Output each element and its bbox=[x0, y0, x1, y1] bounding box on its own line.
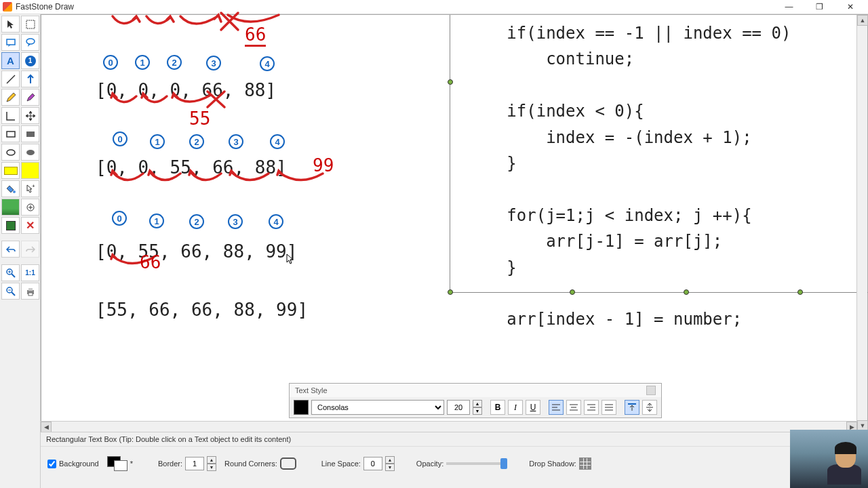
rectangle-tool[interactable] bbox=[1, 125, 20, 142]
line-space-spinner[interactable]: ▲▼ bbox=[385, 456, 395, 471]
bold-button[interactable]: B bbox=[490, 400, 505, 415]
delete-tool[interactable]: ✕ bbox=[21, 217, 39, 234]
maximize-button[interactable]: ❐ bbox=[804, 0, 835, 14]
border-input[interactable] bbox=[185, 457, 204, 470]
annotation-66b: 66 bbox=[140, 252, 161, 272]
bg-color-picker[interactable] bbox=[107, 456, 127, 471]
svg-line-19 bbox=[12, 292, 15, 296]
index-badge: 4 bbox=[269, 214, 283, 229]
svg-rect-0 bbox=[26, 20, 35, 28]
close-icon[interactable] bbox=[646, 386, 656, 395]
index-badge: 1 bbox=[149, 214, 164, 228]
svg-rect-22 bbox=[28, 288, 33, 291]
align-right-button[interactable] bbox=[584, 400, 599, 415]
annotation-66: 66 bbox=[245, 24, 266, 47]
toolbox: A 1 + ✕ 1:1 bbox=[0, 14, 41, 488]
index-badge: 1 bbox=[135, 55, 150, 70]
italic-button[interactable]: I bbox=[508, 400, 523, 415]
text-tool[interactable]: A bbox=[1, 52, 20, 69]
polyline-tool[interactable] bbox=[1, 107, 20, 124]
cursor-edit-tool[interactable]: + bbox=[21, 180, 39, 197]
text-color-swatch[interactable] bbox=[294, 400, 309, 415]
color-picker-tool[interactable] bbox=[1, 217, 20, 234]
text-style-title: Text Style bbox=[295, 386, 328, 394]
font-size-input[interactable] bbox=[447, 400, 470, 415]
align-justify-button[interactable] bbox=[601, 400, 616, 415]
fill-yellow-tool[interactable] bbox=[21, 162, 39, 179]
cursor-icon bbox=[286, 253, 294, 266]
font-select[interactable]: Consolas bbox=[311, 400, 444, 415]
zoom-actual-tool[interactable]: 1:1 bbox=[21, 264, 39, 281]
border-label: Border: bbox=[158, 460, 182, 468]
paint-bucket-tool[interactable] bbox=[1, 180, 20, 197]
filled-ellipse-tool[interactable] bbox=[21, 144, 39, 161]
code-text-box[interactable]: if(index == -1 || index == 0) continue; … bbox=[450, 15, 868, 293]
valign-top-button[interactable] bbox=[625, 400, 639, 415]
index-badge: 3 bbox=[228, 214, 243, 229]
index-badge: 3 bbox=[206, 56, 221, 70]
undo-tool[interactable] bbox=[1, 241, 20, 258]
number-stamp-tool[interactable]: 1 bbox=[21, 52, 39, 69]
index-badge: 0 bbox=[103, 55, 118, 70]
zoom-in-tool[interactable] bbox=[1, 264, 20, 281]
border-spinner[interactable]: ▲▼ bbox=[207, 456, 216, 471]
annotation-55: 55 bbox=[189, 108, 210, 129]
background-checkbox[interactable] bbox=[47, 460, 56, 468]
add-point-tool[interactable] bbox=[21, 199, 39, 216]
vertical-scrollbar[interactable]: ▲ ▼ bbox=[856, 15, 867, 431]
index-badge: 2 bbox=[189, 214, 204, 229]
pencil-tool[interactable] bbox=[1, 89, 20, 106]
svg-point-7 bbox=[7, 150, 15, 155]
align-center-button[interactable] bbox=[566, 400, 581, 415]
marquee-tool[interactable] bbox=[21, 16, 39, 33]
svg-rect-6 bbox=[26, 131, 35, 137]
drop-shadow-label: Drop Shadow: bbox=[529, 460, 576, 468]
text-style-header[interactable]: Text Style bbox=[290, 384, 661, 397]
align-left-button[interactable] bbox=[549, 400, 564, 415]
text-style-panel[interactable]: Text Style Consolas ▲▼ B I U bbox=[289, 383, 662, 418]
drop-shadow-picker[interactable] bbox=[579, 458, 591, 470]
callout-ellipse-tool[interactable] bbox=[21, 34, 39, 51]
move-tool[interactable] bbox=[21, 107, 39, 124]
zoom-out-tool[interactable] bbox=[1, 283, 20, 300]
line-tool[interactable] bbox=[1, 70, 20, 87]
underline-button[interactable]: U bbox=[526, 400, 540, 415]
status-area: Rectangular Text Box (Tip: Double click … bbox=[41, 432, 868, 488]
round-corners-preview[interactable] bbox=[280, 458, 296, 470]
arrow-tool[interactable] bbox=[21, 70, 39, 87]
image-tool[interactable] bbox=[1, 199, 20, 216]
size-spinner[interactable]: ▲▼ bbox=[473, 400, 482, 415]
resize-handle[interactable] bbox=[448, 289, 453, 295]
scroll-left-button[interactable]: ◀ bbox=[41, 422, 52, 432]
window-controls: — ❐ ✕ bbox=[774, 0, 865, 14]
valign-middle-button[interactable] bbox=[642, 400, 657, 415]
svg-line-3 bbox=[7, 75, 15, 83]
line-space-input[interactable] bbox=[363, 457, 382, 470]
svg-rect-23 bbox=[28, 293, 33, 296]
resize-handle[interactable] bbox=[797, 289, 803, 295]
resize-handle[interactable] bbox=[570, 289, 575, 295]
highlight-rect-tool[interactable] bbox=[1, 162, 20, 179]
horizontal-scrollbar[interactable]: ◀ ▶ bbox=[41, 421, 857, 432]
resize-handle[interactable] bbox=[448, 79, 453, 85]
index-badge: 2 bbox=[189, 134, 204, 149]
index-badge: 1 bbox=[150, 134, 165, 149]
highlighter-tool[interactable] bbox=[21, 89, 39, 106]
code-content: if(index == -1 || index == 0) continue; … bbox=[450, 15, 868, 416]
print-tool[interactable] bbox=[21, 283, 39, 300]
scroll-up-button[interactable]: ▲ bbox=[857, 15, 868, 26]
status-hint: Rectangular Text Box (Tip: Double click … bbox=[41, 432, 868, 447]
index-badge: 4 bbox=[260, 56, 275, 71]
callout-rect-tool[interactable] bbox=[1, 34, 20, 51]
filled-rect-tool[interactable] bbox=[21, 125, 39, 142]
resize-handle[interactable] bbox=[684, 289, 689, 295]
minimize-button[interactable]: — bbox=[774, 0, 804, 14]
opacity-slider[interactable] bbox=[446, 462, 507, 465]
redo-tool[interactable] bbox=[21, 241, 39, 258]
webcam-overlay bbox=[790, 430, 868, 488]
canvas[interactable]: 66 0 1 2 3 4 [0, 0, 0, 66, 88] 55 0 1 2 … bbox=[41, 14, 868, 488]
ellipse-tool[interactable] bbox=[1, 144, 20, 161]
selection-tool[interactable] bbox=[1, 16, 20, 33]
close-button[interactable]: ✕ bbox=[835, 0, 865, 14]
svg-text:+: + bbox=[32, 184, 35, 189]
